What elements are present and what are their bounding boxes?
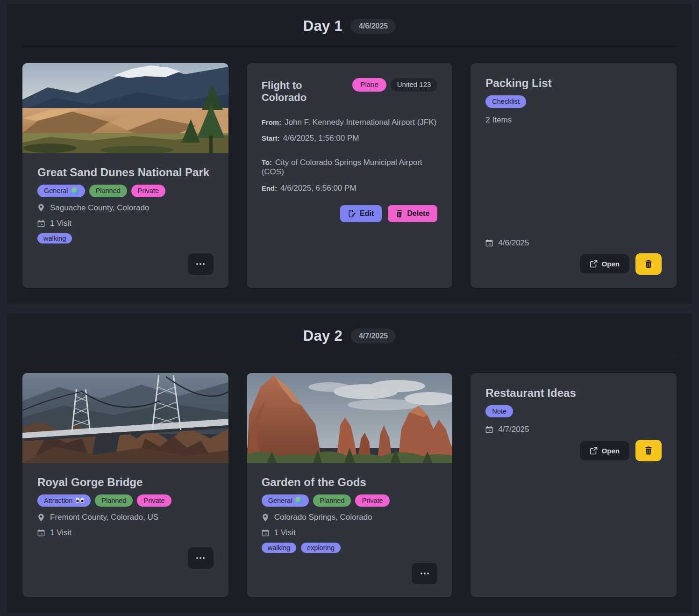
place-card-body: Royal Gorge Bridge Attraction Planned Pr… bbox=[22, 463, 228, 598]
end-label: End: bbox=[262, 184, 277, 192]
edit-button[interactable]: Edit bbox=[340, 205, 382, 222]
delete-button[interactable]: Delete bbox=[388, 205, 437, 222]
flight-from-row: From:John F. Kennedy International Airpo… bbox=[262, 118, 438, 127]
note-card-restaurant-ideas: Restaurant Ideas Note 4/7/2025 Open bbox=[471, 373, 677, 598]
note-type-badge: Note bbox=[485, 405, 513, 417]
tag: exploring bbox=[301, 543, 341, 553]
flight-badges: Plane United 123 bbox=[352, 78, 437, 92]
to-label: To: bbox=[262, 158, 272, 166]
calendar-icon bbox=[37, 529, 45, 537]
trash-icon bbox=[645, 260, 652, 268]
badge-row: Attraction Planned Private bbox=[37, 494, 214, 507]
visibility-badge: Private bbox=[355, 494, 389, 507]
location-text: Saguache County, Colorado bbox=[50, 203, 149, 213]
tag: walking bbox=[262, 543, 296, 553]
location-text: Colorado Springs, Colorado bbox=[274, 513, 372, 522]
start-value: 4/6/2025, 1:56:00 PM bbox=[283, 134, 359, 143]
tag: walking bbox=[37, 233, 72, 244]
external-link-icon bbox=[590, 447, 598, 455]
badge-row: General Planned Private bbox=[262, 494, 438, 507]
visits-row: 1 Visit bbox=[37, 528, 214, 537]
royal-gorge-bridge-photo bbox=[22, 373, 228, 463]
open-button[interactable]: Open bbox=[580, 254, 629, 273]
day-2-cards-row: Royal Gorge Bridge Attraction Planned Pr… bbox=[7, 356, 692, 598]
tag-row: walking bbox=[37, 233, 214, 244]
category-badge: General bbox=[262, 494, 309, 507]
flight-actions: Edit Delete bbox=[262, 205, 438, 222]
day-date-badge: 4/6/2025 bbox=[351, 19, 396, 34]
note-date: 4/7/2025 bbox=[498, 425, 529, 434]
badge-row: General Planned Private bbox=[37, 185, 214, 197]
globe-icon bbox=[295, 497, 302, 504]
category-badge: Attraction bbox=[37, 494, 91, 507]
day-2-section: Day 2 4/7/2025 bbox=[7, 314, 692, 614]
day-title: Day 2 bbox=[303, 328, 342, 344]
place-card-garden-of-the-gods: Garden of the Gods General Planned Priva… bbox=[247, 373, 453, 598]
place-title: Great Sand Dunes National Park bbox=[37, 166, 214, 179]
checklist-date-row: 4/6/2025 bbox=[485, 238, 662, 248]
flight-start-row: Start:4/6/2025, 1:56:00 PM bbox=[262, 134, 438, 143]
location-row: Saguache County, Colorado bbox=[37, 203, 214, 213]
more-options-button[interactable] bbox=[188, 253, 214, 275]
location-pin-icon bbox=[37, 514, 45, 522]
delete-note-button[interactable] bbox=[635, 440, 662, 461]
from-label: From: bbox=[262, 118, 282, 126]
end-value: 4/6/2025, 6:56:00 PM bbox=[280, 184, 357, 193]
location-row: Colorado Springs, Colorado bbox=[262, 513, 438, 522]
calendar-icon bbox=[262, 529, 269, 537]
note-title: Restaurant Ideas bbox=[485, 387, 662, 399]
day-date-badge: 4/7/2025 bbox=[351, 329, 396, 344]
more-options-button[interactable] bbox=[412, 563, 437, 584]
calendar-icon bbox=[37, 220, 45, 227]
status-badge: Planned bbox=[313, 494, 351, 507]
checklist-actions: Open bbox=[485, 253, 662, 275]
garden-of-the-gods-photo bbox=[247, 373, 453, 463]
flight-to-row: To:City of Colorado Springs Municipal Ai… bbox=[262, 158, 438, 177]
note-date-row: 4/7/2025 bbox=[485, 425, 662, 434]
flight-number-badge: United 123 bbox=[391, 78, 438, 92]
category-badge: General bbox=[37, 185, 85, 197]
status-badge: Planned bbox=[89, 185, 127, 197]
location-text: Fremont County, Colorado, US bbox=[50, 513, 158, 522]
eyes-icon bbox=[76, 498, 84, 503]
open-button[interactable]: Open bbox=[580, 441, 629, 460]
checklist-title: Packing List bbox=[485, 77, 662, 89]
visibility-badge: Private bbox=[137, 494, 171, 507]
checklist-type-badge: Checklist bbox=[485, 95, 526, 107]
from-value: John F. Kennedy International Airport (J… bbox=[285, 118, 436, 127]
place-title: Royal Gorge Bridge bbox=[37, 476, 214, 488]
calendar-icon bbox=[485, 239, 493, 247]
place-card-body: Garden of the Gods General Planned Priva… bbox=[247, 463, 453, 598]
badge-row: Note bbox=[485, 405, 662, 417]
location-row: Fremont County, Colorado, US bbox=[37, 513, 214, 522]
globe-icon bbox=[71, 187, 78, 194]
badge-row: Checklist bbox=[485, 95, 662, 107]
external-link-icon bbox=[590, 260, 598, 268]
place-title: Garden of the Gods bbox=[262, 476, 438, 488]
day-2-header: Day 2 4/7/2025 bbox=[7, 314, 692, 356]
start-label: Start: bbox=[262, 134, 280, 142]
more-options-button[interactable] bbox=[188, 547, 214, 569]
to-value: City of Colorado Springs Municipal Airpo… bbox=[262, 158, 422, 176]
visits-row: 1 Visit bbox=[37, 219, 214, 228]
flight-card: Flight to Colorado Plane United 123 From… bbox=[247, 63, 453, 288]
note-actions: Open bbox=[485, 440, 662, 461]
great-sand-dunes-photo bbox=[22, 63, 228, 153]
place-card-royal-gorge: Royal Gorge Bridge Attraction Planned Pr… bbox=[22, 373, 228, 598]
place-card-body: Great Sand Dunes National Park General P… bbox=[22, 153, 228, 288]
location-pin-icon bbox=[37, 204, 45, 212]
visits-text: 1 Visit bbox=[50, 219, 71, 228]
items-count: 2 Items bbox=[485, 115, 662, 125]
flight-end-row: End:4/6/2025, 6:56:00 PM bbox=[262, 184, 438, 193]
day-title: Day 1 bbox=[303, 18, 342, 35]
flight-title: Flight to Colorado bbox=[262, 78, 347, 104]
edit-icon bbox=[348, 210, 356, 217]
day-1-header: Day 1 4/6/2025 bbox=[7, 4, 692, 46]
transport-type-badge: Plane bbox=[352, 78, 386, 92]
tag-row: walking exploring bbox=[262, 543, 438, 553]
flight-card-header: Flight to Colorado Plane United 123 bbox=[262, 78, 438, 104]
checklist-card-packing-list: Packing List Checklist 2 Items 4/6/2025 … bbox=[471, 63, 677, 288]
visibility-badge: Private bbox=[131, 185, 165, 197]
delete-checklist-button[interactable] bbox=[635, 253, 662, 275]
location-pin-icon bbox=[262, 514, 269, 522]
